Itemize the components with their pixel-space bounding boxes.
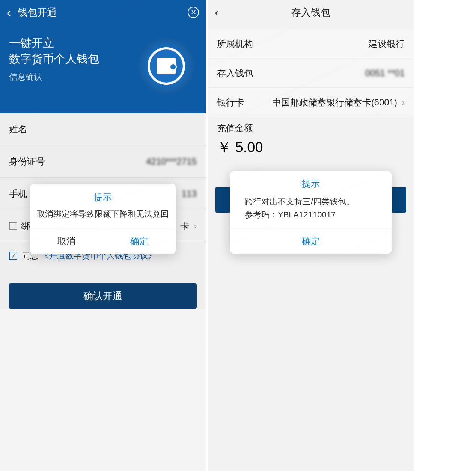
ok-button[interactable]: 确定: [230, 228, 392, 254]
wallet-circle: [138, 38, 194, 94]
close-icon[interactable]: ✕: [188, 7, 199, 18]
name-label: 姓名: [9, 123, 27, 135]
screenshot-right: ‹ 存入钱包 所属机构 建设银行 存入钱包 0051 **01 银行卡 中国邮政…: [208, 0, 414, 471]
modal-right: 提示 跨行对出不支持三/四类钱包。 参考码：YBLA12110017 确定: [230, 171, 392, 254]
name-row[interactable]: 姓名: [0, 113, 206, 146]
wallet-value: 0051 **01: [365, 68, 405, 78]
wallet-icon: [157, 58, 176, 74]
header-right: ‹ 存入钱包: [208, 0, 414, 25]
agree-checkbox[interactable]: ✓: [9, 252, 17, 260]
org-value: 建设银行: [369, 38, 405, 50]
org-label: 所属机构: [217, 38, 253, 50]
back-icon[interactable]: ‹: [215, 6, 218, 19]
chevron-right-icon: ›: [402, 98, 405, 107]
ok-button[interactable]: 确定: [103, 228, 176, 254]
id-label: 身份证号: [9, 156, 45, 168]
modal-title: 提示: [230, 171, 392, 194]
wallet-row[interactable]: 存入钱包 0051 **01: [208, 58, 414, 88]
modal-left: 提示 取消绑定将导致限额下降和无法兑回 取消 确定: [30, 184, 176, 254]
bind-label: 绑: [21, 220, 30, 232]
cancel-button[interactable]: 取消: [30, 228, 103, 254]
chevron-right-icon: ›: [194, 222, 197, 231]
header-left: ‹ 钱包开通 ✕: [0, 0, 206, 25]
phone-label: 手机: [9, 188, 27, 200]
modal-message: 跨行对出不支持三/四类钱包。 参考码：YBLA12110017: [230, 194, 392, 228]
amount-label: 充值金额: [208, 117, 414, 136]
wallet-label: 存入钱包: [217, 67, 253, 79]
org-row[interactable]: 所属机构 建设银行: [208, 29, 414, 58]
screenshot-left: ‹ 钱包开通 ✕ 一键开立 数字货币个人钱包 信息确认 姓名 身份证号 4210…: [0, 0, 206, 471]
modal-title: 提示: [30, 184, 176, 206]
page-title: 钱包开通: [18, 6, 188, 19]
bind-checkbox[interactable]: ✓: [9, 222, 17, 230]
card-value: 中国邮政储蓄银行储蓄卡(6001) ›: [272, 96, 405, 108]
hero-banner: 一键开立 数字货币个人钱包 信息确认: [0, 25, 206, 113]
id-value: 4210***2715: [146, 156, 197, 167]
confirm-open-button[interactable]: 确认开通: [9, 283, 197, 309]
phone-value: 113: [182, 189, 197, 199]
wallet-icon-ring: [148, 47, 185, 85]
modal-buttons: 取消 确定: [30, 228, 176, 254]
back-icon[interactable]: ‹: [7, 6, 11, 18]
id-row[interactable]: 身份证号 4210***2715: [0, 146, 206, 178]
modal-msg-line2: 参考码：YBLA12110017: [245, 208, 377, 221]
page-title: 存入钱包: [291, 6, 330, 19]
modal-message: 取消绑定将导致限额下降和无法兑回: [30, 206, 176, 228]
bind-value: 卡 ›: [180, 220, 197, 232]
card-label: 银行卡: [217, 96, 244, 108]
card-row[interactable]: 银行卡 中国邮政储蓄银行储蓄卡(6001) ›: [208, 88, 414, 117]
modal-msg-line1: 跨行对出不支持三/四类钱包。: [245, 195, 377, 208]
